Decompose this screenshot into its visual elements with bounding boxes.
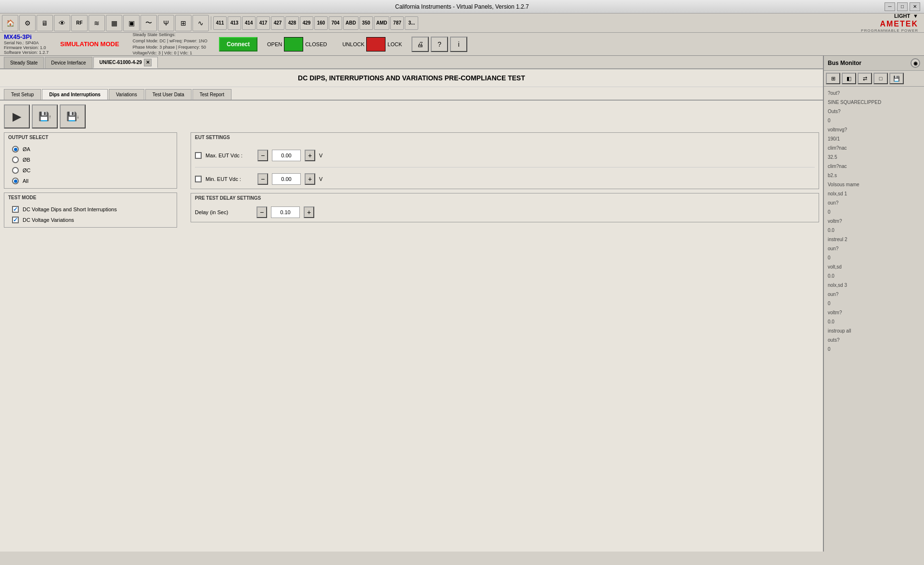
check-variations[interactable]: ✓ DC Voltage Variations — [12, 217, 169, 223]
radio-all-label: All — [23, 178, 28, 184]
close-button[interactable]: ✕ — [910, 2, 920, 11]
btn-427[interactable]: 427 — [271, 16, 284, 30]
header-row: MX45-3Pi Serial No.: SP40A Firmware Vers… — [0, 33, 924, 56]
steady-state-info: Steady State Settings: Compl Mode: DC | … — [133, 32, 207, 56]
home-button[interactable]: 🏠 — [2, 15, 18, 31]
min-eut-dec-button[interactable]: − — [257, 173, 268, 185]
rs-btn-3[interactable]: ⇄ — [858, 73, 872, 84]
delay-inc-button[interactable]: + — [304, 206, 314, 218]
btn-more[interactable]: 3... — [405, 16, 418, 30]
signal-button[interactable]: ≋ — [89, 15, 105, 31]
radio-all-circle[interactable] — [12, 178, 19, 184]
radio-oc-circle[interactable] — [12, 167, 19, 174]
btn-abd[interactable]: ABD — [343, 16, 359, 30]
rs-item-27: outs? — [828, 335, 920, 345]
screen-button[interactable]: ▣ — [123, 15, 140, 31]
tab-device-interface[interactable]: Device Interface — [45, 57, 92, 68]
sim-mode-label: SIMULATION MODE — [60, 40, 119, 48]
btn-350[interactable]: 350 — [359, 16, 373, 30]
rs-item-9: b2.s — [828, 171, 920, 180]
sine-button[interactable]: ∿ — [192, 15, 209, 31]
info-button[interactable]: i — [450, 37, 467, 52]
help-button[interactable]: ? — [431, 37, 448, 52]
checkbox-dips[interactable]: ✓ — [12, 206, 19, 213]
print-button[interactable]: 🖨 — [411, 37, 429, 52]
max-eut-inc-button[interactable]: + — [305, 150, 315, 161]
wave-button[interactable]: 〜 — [141, 15, 157, 31]
radio-oc[interactable]: ØC — [12, 167, 169, 174]
tab-close-icon[interactable]: ✕ — [144, 59, 152, 66]
btn-429[interactable]: 429 — [300, 16, 313, 30]
minimize-button[interactable]: ─ — [885, 2, 895, 11]
sub-tab-dips[interactable]: Dips and Interruptions — [42, 89, 108, 100]
window-title: California Instruments - Virtual Panels,… — [395, 3, 529, 10]
device-name: MX45-3Pi — [4, 33, 49, 40]
btn-411[interactable]: 411 — [213, 16, 227, 30]
eye-button[interactable]: 👁 — [54, 15, 70, 31]
tab-steady-state[interactable]: Steady State — [4, 57, 44, 68]
checkmark-variations: ✓ — [13, 217, 18, 223]
rs-item-14: voltm? — [828, 217, 920, 226]
rs-item-5: 190/1 — [828, 134, 920, 143]
rf-button[interactable]: RF — [71, 15, 88, 31]
check-dips[interactable]: ✓ DC Voltage Dips and Short Interruption… — [12, 206, 169, 213]
radio-all[interactable]: All — [12, 178, 169, 184]
btn-428[interactable]: 428 — [285, 16, 299, 30]
radio-oa-circle[interactable] — [12, 146, 19, 153]
btn-160[interactable]: 160 — [314, 16, 328, 30]
tab-iec61000[interactable]: UN/IEC-61000-4-29 ✕ — [93, 57, 158, 68]
content-row: OUTPUT SELECT ØA ØB — [0, 132, 823, 231]
btn-amd[interactable]: AMD — [374, 16, 390, 30]
restore-button[interactable]: □ — [897, 2, 908, 11]
rs-btn-5[interactable]: 💾 — [889, 73, 904, 84]
checkbox-variations[interactable]: ✓ — [12, 217, 19, 223]
min-eut-unit: V — [319, 176, 322, 182]
min-eut-checkbox[interactable] — [195, 176, 202, 182]
max-eut-row: Max. EUT Vdc : − 0.00 + V — [191, 146, 819, 165]
sub-tab-variations[interactable]: Variations — [109, 89, 144, 100]
bus-monitor-toggle[interactable]: ◉ — [911, 58, 920, 68]
btn-787[interactable]: 787 — [390, 16, 404, 30]
calc-button[interactable]: ▦ — [106, 15, 122, 31]
max-eut-dec-button[interactable]: − — [257, 150, 268, 161]
delay-label: Delay (in Sec) — [195, 209, 253, 215]
radio-ob-circle[interactable] — [12, 156, 19, 163]
rs-btn-2[interactable]: ◧ — [842, 73, 856, 84]
max-eut-unit: V — [319, 153, 322, 158]
check-dips-label: DC Voltage Dips and Short Interruptions — [23, 206, 117, 212]
settings-button[interactable]: ⚙ — [19, 15, 36, 31]
window-controls: ─ □ ✕ — [885, 2, 920, 11]
radio-ob[interactable]: ØB — [12, 156, 169, 163]
plugin-button[interactable]: ⊞ — [175, 15, 192, 31]
play-button[interactable]: ▶ — [4, 104, 30, 128]
sub-tab-report[interactable]: Test Report — [192, 89, 231, 100]
firmware-version: Firmware Version: 1.0 — [4, 45, 49, 50]
psi-button[interactable]: Ψ — [158, 15, 174, 31]
btn-417[interactable]: 417 — [257, 16, 270, 30]
rs-btn-1[interactable]: ⊞ — [826, 73, 840, 84]
radio-oa[interactable]: ØA — [12, 146, 169, 153]
btn-704[interactable]: 704 — [329, 16, 342, 30]
min-eut-inc-button[interactable]: + — [305, 173, 315, 185]
connect-button[interactable]: Connect — [219, 37, 257, 51]
rs-btn-4[interactable]: □ — [873, 73, 888, 84]
btn-413[interactable]: 413 — [228, 16, 241, 30]
sub-tab-test-setup[interactable]: Test Setup — [4, 89, 41, 100]
output-select-title: OUTPUT SELECT — [4, 133, 177, 142]
lock-area: UNLOCK LOCK — [336, 37, 404, 51]
lock-indicator — [366, 37, 385, 51]
check-variations-label: DC Voltage Variations — [23, 217, 74, 223]
btn-414[interactable]: 414 — [242, 16, 256, 30]
left-column: OUTPUT SELECT ØA ØB — [4, 132, 187, 228]
rs-item-23: 0 — [828, 299, 920, 308]
delay-dec-button[interactable]: − — [257, 206, 267, 218]
max-eut-checkbox[interactable] — [195, 152, 202, 159]
radio-oa-label: ØA — [23, 146, 30, 152]
save-down-button[interactable]: 💾↓ — [60, 104, 86, 128]
open-label: OPEN — [265, 41, 284, 47]
save-up-button[interactable]: 💾↑ — [32, 104, 58, 128]
sub-tab-user-data[interactable]: Test User Data — [145, 89, 192, 100]
right-sidebar: Bus Monitor ◉ ⊞ ◧ ⇄ □ 💾 ?out? SINE SQUAR… — [823, 56, 924, 552]
rs-item-1: SINE SQUARECLIPPED — [828, 98, 920, 107]
display-button[interactable]: 🖥 — [37, 15, 53, 31]
